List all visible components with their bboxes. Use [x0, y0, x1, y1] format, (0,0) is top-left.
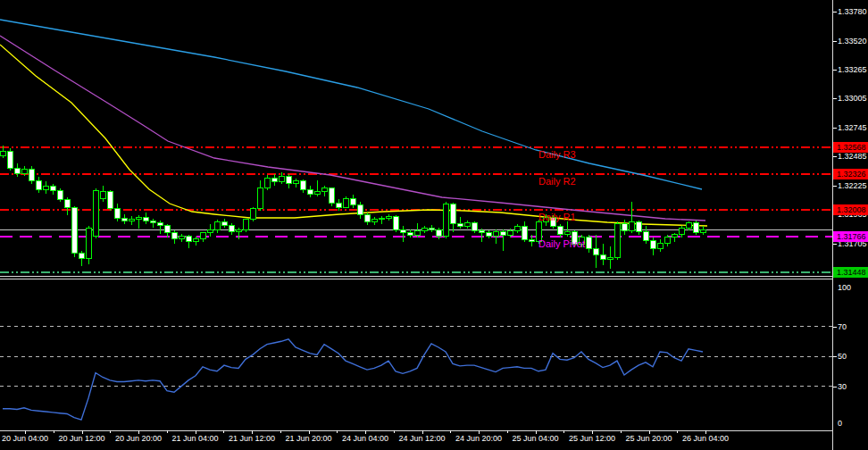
candle-body — [300, 180, 305, 189]
time-axis-minor-tick — [223, 430, 224, 433]
candle-body — [693, 223, 698, 233]
time-axis-tick — [479, 430, 480, 434]
candle-body — [136, 217, 141, 220]
candle-body — [229, 225, 234, 232]
candle-body — [121, 219, 127, 221]
candle-body — [393, 216, 398, 229]
time-axis-border — [0, 430, 833, 431]
candle-body — [43, 186, 48, 189]
time-axis-tick — [138, 430, 139, 434]
price-axis-tick — [833, 387, 837, 388]
candle-body — [350, 198, 355, 205]
price-level-box: 1.32568 — [833, 142, 868, 153]
candle-body — [550, 217, 555, 226]
price-axis-tick — [833, 70, 837, 71]
candle-body — [657, 243, 663, 248]
price-axis-label: 1.32485 — [838, 152, 867, 161]
candle-body — [200, 233, 205, 238]
time-axis-tick — [365, 430, 366, 434]
chart-canvas[interactable] — [0, 0, 833, 450]
time-axis-tick — [252, 430, 253, 434]
candle-body — [236, 229, 241, 232]
time-axis-minor-tick — [110, 430, 111, 433]
candle-body — [93, 190, 98, 236]
time-axis-tick — [649, 430, 650, 434]
indicator-scale-label: 50 — [838, 352, 847, 361]
price-axis-label: 1.32225 — [838, 181, 867, 190]
candle-body — [522, 226, 527, 239]
price-level-box: 1.31766 — [833, 231, 868, 242]
time-axis-label: 24 Jun 04:00 — [340, 434, 390, 443]
candle-body — [314, 192, 320, 195]
pane-separator-top[interactable] — [0, 276, 833, 277]
candle-body — [457, 224, 463, 227]
time-axis-label: 26 Jun 04:00 — [680, 434, 730, 443]
price-axis-label: 1.32745 — [838, 123, 867, 132]
mt4-chart-window: Daily R3Daily R2Daily R1Daily Pivot 20 J… — [0, 0, 868, 450]
candle-body — [429, 229, 434, 229]
candle-body — [593, 248, 598, 255]
price-axis-label: 1.33780 — [838, 7, 867, 16]
time-axis-label: 21 Jun 20:00 — [284, 434, 334, 443]
pane-separator-bottom[interactable] — [0, 279, 833, 279]
candle-body — [436, 229, 441, 237]
price-axis-tick — [833, 156, 837, 157]
time-axis-tick — [422, 430, 423, 434]
time-axis-label: 20 Jun 12:00 — [57, 434, 107, 443]
time-axis-label: 24 Jun 12:00 — [397, 434, 447, 443]
candle-body — [650, 241, 655, 249]
candle-body — [371, 220, 377, 222]
candle-body — [479, 230, 484, 233]
time-axis-tick — [25, 430, 26, 434]
candle-body — [107, 192, 113, 209]
candle-body — [543, 217, 548, 221]
time-axis-tick — [592, 430, 593, 434]
candle-body — [193, 238, 198, 242]
candle-body — [29, 170, 34, 181]
price-level-box: 1.31448 — [833, 267, 868, 278]
candle-body — [257, 188, 263, 209]
time-axis-tick — [536, 430, 537, 434]
candle-body — [636, 221, 641, 231]
time-axis-label: 21 Jun 04:00 — [171, 434, 221, 443]
candle-body — [464, 223, 470, 227]
candle-body — [186, 237, 191, 242]
candle-body — [179, 237, 184, 239]
candle-body — [586, 238, 591, 249]
price-axis-tick — [833, 327, 837, 328]
candle-body — [421, 229, 427, 231]
candle-body — [57, 190, 63, 199]
price-axis[interactable]: 1.31827 1.337801.335201.332651.330051.32… — [833, 0, 868, 450]
time-axis-label: 25 Jun 20:00 — [624, 434, 674, 443]
candle-body — [21, 170, 27, 174]
time-axis-label: 20 Jun 04:00 — [0, 434, 50, 443]
price-axis-label: 1.33520 — [838, 37, 867, 46]
candle-body — [607, 257, 613, 260]
candle-body — [336, 203, 341, 207]
candle-body — [64, 199, 70, 207]
price-level-box: 1.32008 — [833, 204, 868, 215]
time-axis-tick — [705, 430, 706, 434]
price-axis-tick — [833, 12, 837, 12]
candle-body — [629, 221, 634, 230]
candle-body — [686, 223, 691, 229]
candle-body — [279, 176, 284, 181]
indicator-scale-label: 0 — [838, 419, 842, 428]
indicator-scale-label: 100 — [838, 283, 851, 292]
candle-body — [100, 192, 105, 199]
candle-body — [622, 224, 627, 231]
candle-body — [672, 234, 677, 238]
candle-body — [243, 220, 248, 229]
candle-body — [150, 221, 155, 223]
candle-body — [286, 176, 291, 184]
time-axis-label: 24 Jun 20:00 — [454, 434, 504, 443]
candle-body — [579, 238, 584, 245]
time-axis-minor-tick — [507, 430, 508, 433]
candle-body — [171, 233, 177, 238]
candle-body — [114, 208, 120, 218]
price-axis-tick — [833, 186, 837, 187]
time-axis-minor-tick — [677, 430, 678, 433]
price-axis-tick — [833, 128, 837, 129]
candle-body — [500, 232, 505, 236]
candle-body — [0, 152, 5, 156]
